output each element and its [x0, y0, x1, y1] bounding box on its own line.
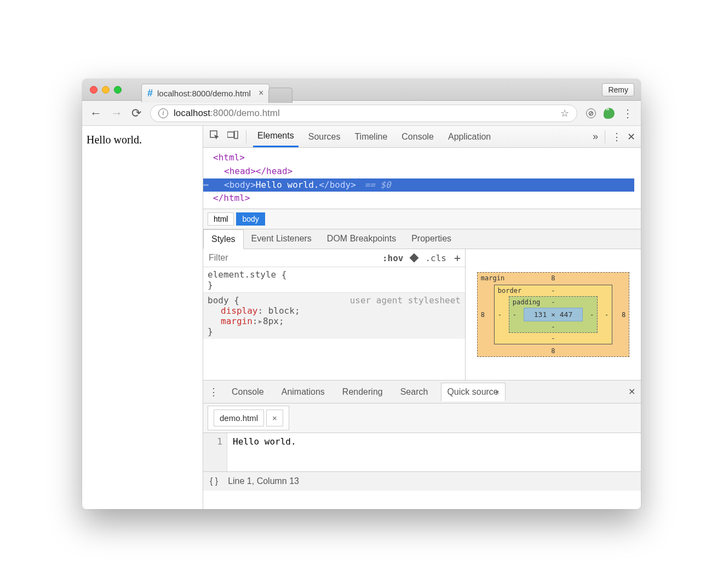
subtab-styles[interactable]: Styles [203, 229, 244, 249]
subtab-properties[interactable]: Properties [404, 229, 459, 249]
breadcrumb-item[interactable]: html [208, 212, 234, 226]
forward-button[interactable]: → [111, 106, 123, 120]
source-editor[interactable]: 1 Hello world. [203, 433, 641, 471]
device-toolbar-icon[interactable] [226, 131, 239, 142]
toolbar: ← → ⟳ i localhost:8000/demo.html ☆ ⊘ ⋮ [82, 101, 641, 126]
browser-tab[interactable]: # localhost:8000/demo.html × [141, 84, 269, 102]
devtools-toolbar: Elements Sources Timeline Console Applic… [203, 126, 641, 148]
close-window-icon[interactable] [90, 86, 97, 94]
tab-console[interactable]: Console [397, 126, 438, 147]
drawer-tabs: ⋮ Console Animations Rendering Search Qu… [203, 381, 641, 403]
hangouts-icon[interactable] [604, 108, 615, 119]
favicon-icon: # [147, 88, 153, 99]
dom-node-selected[interactable]: ⋯ <body>Hello world.</body> == $0 [203, 178, 634, 192]
tab-elements[interactable]: Elements [253, 126, 299, 147]
url-host: localhost [174, 108, 210, 118]
drawer-tab-animations[interactable]: Animations [277, 383, 329, 401]
box-model: margin 8 8 8 8 border - - - - padding [466, 249, 641, 380]
box-model-margin[interactable]: margin 8 8 8 8 border - - - - padding [477, 272, 629, 357]
drawer-tab-search[interactable]: Search [396, 383, 433, 401]
styles-filter-bar: :hov .cls + [203, 249, 465, 267]
source-code[interactable]: Hello world. [227, 433, 641, 471]
url-path: /demo.html [234, 108, 280, 118]
tab-application[interactable]: Application [444, 126, 495, 147]
profile-button[interactable]: Remy [602, 83, 634, 96]
page-viewport: Hello world. [82, 126, 203, 509]
svg-rect-2 [234, 131, 238, 139]
cursor-position: Line 1, Column 13 [228, 476, 299, 486]
dom-node[interactable]: <head></head> [224, 166, 292, 176]
editor-statusbar: { } Line 1, Column 13 [203, 471, 641, 491]
hov-toggle[interactable]: :hov [382, 253, 404, 263]
close-tab-icon[interactable]: × [259, 88, 263, 98]
site-info-icon[interactable]: i [158, 108, 168, 118]
browser-window: # localhost:8000/demo.html × Remy ← → ⟳ … [82, 79, 641, 509]
subtab-event-listeners[interactable]: Event Listeners [244, 229, 319, 249]
drawer-tab-rendering[interactable]: Rendering [338, 383, 387, 401]
devtools-panel: Elements Sources Timeline Console Applic… [203, 126, 641, 509]
subtab-dom-breakpoints[interactable]: DOM Breakpoints [319, 229, 404, 249]
source-file-tab[interactable]: demo.html× [208, 406, 289, 430]
drawer-tab-console[interactable]: Console [227, 383, 268, 401]
back-button[interactable]: ← [90, 106, 102, 120]
css-rule-element-style[interactable]: element.style { } [203, 267, 465, 292]
more-tabs-icon[interactable]: » [593, 131, 598, 142]
dom-node[interactable]: <html> [213, 152, 245, 163]
dom-node[interactable]: </html> [213, 193, 250, 203]
close-devtools-icon[interactable]: ✕ [627, 131, 635, 143]
reload-button[interactable]: ⟳ [131, 106, 141, 120]
cls-toggle[interactable]: .cls [425, 253, 446, 263]
chrome-menu-icon[interactable]: ⋮ [622, 107, 633, 120]
close-icon[interactable]: × [266, 410, 283, 426]
tab-timeline[interactable]: Timeline [350, 126, 392, 147]
new-tab-button[interactable] [268, 88, 292, 103]
maximize-window-icon[interactable] [114, 86, 122, 94]
address-bar[interactable]: i localhost:8000/demo.html ☆ [150, 105, 577, 122]
page-text: Hello world. [87, 134, 142, 146]
tab-title: localhost:8000/demo.html [157, 89, 251, 98]
bookmark-icon[interactable]: ☆ [560, 107, 569, 119]
svg-rect-1 [227, 132, 234, 137]
breadcrumb-item[interactable]: body [236, 212, 265, 226]
minimize-window-icon[interactable] [102, 86, 110, 94]
styles-pane: :hov .cls + element.style { } user agent… [203, 249, 641, 381]
window-controls [90, 86, 122, 94]
extension-icons: ⊘ ⋮ [586, 107, 633, 120]
titlebar: # localhost:8000/demo.html × Remy [82, 79, 641, 101]
source-file-tabs: demo.html× [203, 403, 641, 433]
content-area: Hello world. Elements Sources Timeline C… [82, 126, 641, 509]
box-model-content[interactable]: 131 × 447 [524, 308, 583, 321]
styles-filter-input[interactable] [208, 252, 319, 263]
new-style-rule-icon[interactable]: + [454, 251, 461, 264]
rule-origin: user agent stylesheet [350, 295, 461, 305]
format-icon[interactable]: { } [210, 476, 218, 486]
diamond-icon[interactable] [410, 253, 419, 263]
extension-icon[interactable]: ⊘ [586, 108, 596, 118]
dom-breadcrumb: html body [203, 209, 641, 229]
box-model-padding[interactable]: padding - - - - 131 × 447 [509, 296, 598, 333]
line-gutter: 1 [203, 433, 227, 471]
box-model-border[interactable]: border - - - - padding - - - - 13 [494, 285, 612, 344]
css-rules: :hov .cls + element.style { } user agent… [203, 249, 466, 380]
close-drawer-icon[interactable]: ✕ [628, 387, 635, 397]
tab-sources[interactable]: Sources [304, 126, 345, 147]
drawer-tab-quick-source[interactable]: Quick source × [441, 383, 505, 401]
url-port: :8000 [210, 108, 234, 118]
dom-tree[interactable]: <html> <head></head> ⋯ <body>Hello world… [203, 148, 641, 209]
devtools-menu-icon[interactable]: ⋮ [612, 131, 622, 143]
drawer-menu-icon[interactable]: ⋮ [209, 386, 219, 398]
close-icon[interactable]: × [495, 388, 500, 396]
css-rule-body[interactable]: user agent stylesheet body { display: bl… [203, 292, 465, 339]
inspect-element-icon[interactable] [209, 130, 221, 143]
styles-subtabs: Styles Event Listeners DOM Breakpoints P… [203, 229, 641, 249]
